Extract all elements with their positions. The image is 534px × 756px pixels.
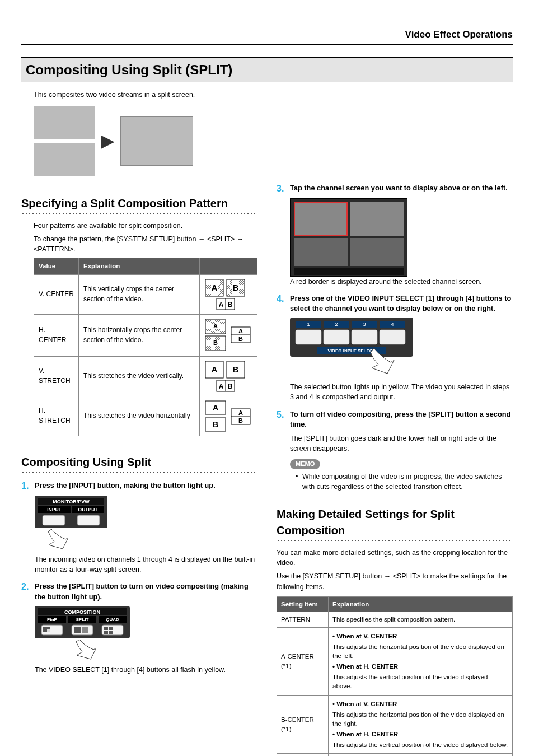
cell-name: A-CENTER (*1) [277, 627, 329, 695]
page-title-bar: Compositing Using Split (SPLIT) [21, 57, 513, 82]
svg-rect-18 [205, 346, 226, 351]
svg-text:B: B [233, 283, 239, 292]
step-3-body: A red border is displayed around the sel… [290, 277, 513, 287]
section-detail-title: Making Detailed Settings for Split Compo… [277, 506, 513, 539]
svg-text:1: 1 [307, 321, 310, 327]
step-5-text: To turn off video compositing, press the… [290, 408, 513, 430]
svg-text:COMPOSITION: COMPOSITION [64, 609, 100, 615]
intro-illustration: ▶ [34, 106, 513, 176]
cell-value: H. STRETCH [34, 396, 79, 436]
th-value: Value [34, 258, 79, 274]
step-4-body: The selected button lights up in yellow.… [290, 382, 513, 402]
svg-rect-62 [74, 627, 81, 633]
composition-panel-icon: COMPOSITION PinP SPLIT QUAD [35, 606, 130, 662]
cell-expl: This vertically crops the center section… [79, 274, 200, 314]
svg-rect-1 [205, 279, 211, 296]
hstretch-diagram-icon: A B A B [204, 400, 252, 432]
svg-rect-79 [324, 330, 349, 344]
svg-text:B: B [213, 420, 218, 429]
svg-rect-63 [82, 627, 88, 633]
th-explanation: Explanation [329, 596, 513, 612]
cell-expl: • When at V. CENTER This adjusts the hor… [329, 696, 513, 754]
step-number: 3. [277, 182, 290, 195]
memo-badge: MEMO [290, 459, 320, 469]
cell-expl: • When at V. CENTER This adjusts the hor… [329, 627, 513, 695]
svg-rect-66 [109, 627, 113, 630]
svg-rect-48 [77, 515, 100, 525]
detail-p2: Use the [SYSTEM SETUP] button → <SPLIT> … [277, 571, 513, 591]
running-head: Video Effect Operations [21, 28, 513, 45]
cell-name: PREVIOUS SELECT [277, 754, 329, 756]
cell-expl: This specifies the split composition pat… [329, 612, 513, 628]
svg-rect-80 [352, 330, 377, 344]
step-5-body: The [SPLIT] button goes dark and the low… [290, 433, 513, 454]
step-3-text: Tap the channel screen you want to displ… [290, 182, 508, 195]
svg-text:B: B [233, 365, 239, 374]
page-title: Compositing Using Split (SPLIT) [26, 62, 232, 77]
svg-text:OUTPUT: OUTPUT [78, 507, 99, 512]
svg-text:3: 3 [363, 321, 366, 327]
step-4-text: Press one of the VIDEO INPUT SELECT [1] … [290, 292, 513, 314]
svg-text:B: B [228, 382, 233, 390]
th-setting-item: Setting item [277, 596, 329, 612]
svg-text:A: A [212, 365, 218, 374]
svg-text:A: A [238, 328, 243, 334]
svg-rect-81 [380, 330, 405, 344]
svg-text:A: A [213, 323, 218, 329]
intro-text: This composites two video streams in a s… [34, 90, 513, 100]
cell-name: PATTERN [277, 612, 329, 628]
svg-rect-14 [205, 329, 226, 334]
divider [21, 213, 257, 214]
hcenter-diagram-icon: A B A B [204, 318, 252, 353]
cell-expl: This horizontally crops the center secti… [79, 314, 200, 356]
video-input-select-panel-icon: 1 2 3 4 VIDEO INPUT SELECT [290, 318, 413, 379]
step-2-text: Press the [SPLIT] button to turn on vide… [35, 580, 257, 602]
svg-rect-6 [239, 279, 245, 296]
cell-expl: This stretches the video horizontally [79, 396, 200, 436]
pattern-table: Value Explanation V. CENTER This vertica… [34, 258, 257, 436]
step-number: 2. [21, 580, 35, 602]
svg-rect-78 [296, 330, 321, 344]
th-explanation: Explanation [79, 258, 200, 274]
divider [277, 540, 513, 541]
svg-text:B: B [238, 417, 243, 424]
settings-table: Setting item Explanation PATTERN This sp… [277, 596, 513, 756]
step-number: 1. [21, 479, 35, 492]
cell-value: V. CENTER [34, 274, 79, 314]
svg-text:B: B [228, 301, 233, 309]
specify-p1: Four patterns are available for split co… [34, 221, 257, 231]
divider [21, 472, 257, 473]
svg-text:A: A [238, 409, 243, 416]
section-specify-title: Specifying a Split Composition Pattern [21, 195, 257, 212]
arrow-right-icon: ▶ [101, 128, 115, 153]
svg-rect-47 [43, 515, 65, 525]
svg-text:B: B [238, 335, 243, 342]
specify-p2: To change the pattern, the [SYSTEM SETUP… [34, 234, 257, 254]
step-1-body: The incoming video on channels 1 through… [35, 554, 257, 575]
vcenter-diagram-icon: A B A B [204, 278, 252, 311]
svg-text:INPUT: INPUT [47, 507, 62, 512]
step-number: 4. [277, 292, 290, 314]
monitor-pvw-panel-icon: MONITOR/PVW INPUT OUTPUT [35, 496, 107, 552]
step-number: 5. [277, 408, 290, 430]
svg-text:SPLIT: SPLIT [76, 617, 89, 622]
svg-text:A: A [212, 283, 218, 292]
memo-bullet: • While compositing of the video is in p… [296, 472, 513, 492]
svg-rect-67 [104, 631, 108, 634]
svg-text:B: B [213, 339, 218, 346]
cell-value: H. CENTER [34, 314, 79, 356]
cell-value: V. STRETCH [34, 356, 79, 396]
svg-text:PinP: PinP [47, 617, 57, 622]
cell-expl: When set to “ON,” the previously selecte… [329, 754, 513, 756]
svg-text:4: 4 [391, 321, 394, 327]
cell-name: B-CENTER (*1) [277, 696, 329, 754]
svg-rect-5 [227, 279, 232, 296]
detail-p1: You can make more-detailed settings, suc… [277, 548, 513, 568]
svg-rect-2 [218, 279, 223, 296]
svg-text:MONITOR/PVW: MONITOR/PVW [53, 499, 90, 505]
svg-text:A: A [213, 403, 218, 412]
svg-text:A: A [219, 301, 224, 309]
svg-rect-65 [104, 627, 108, 630]
vstretch-diagram-icon: A B A B [204, 360, 252, 393]
svg-text:VIDEO INPUT SELECT: VIDEO INPUT SELECT [328, 348, 376, 353]
